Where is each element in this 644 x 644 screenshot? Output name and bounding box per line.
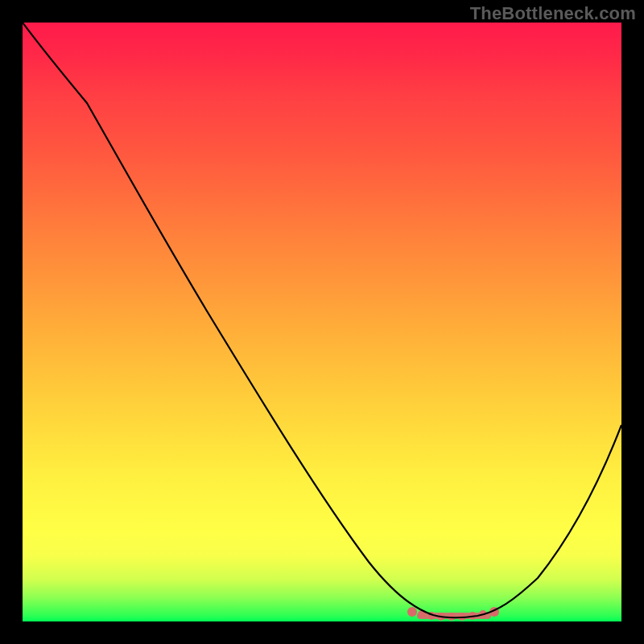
chart-frame: TheBottleneck.com bbox=[0, 0, 644, 644]
plot-area bbox=[23, 23, 621, 621]
band-dot bbox=[407, 607, 417, 617]
watermark-label: TheBottleneck.com bbox=[470, 3, 636, 24]
curve-svg bbox=[23, 23, 621, 621]
bottleneck-curve bbox=[23, 23, 621, 617]
